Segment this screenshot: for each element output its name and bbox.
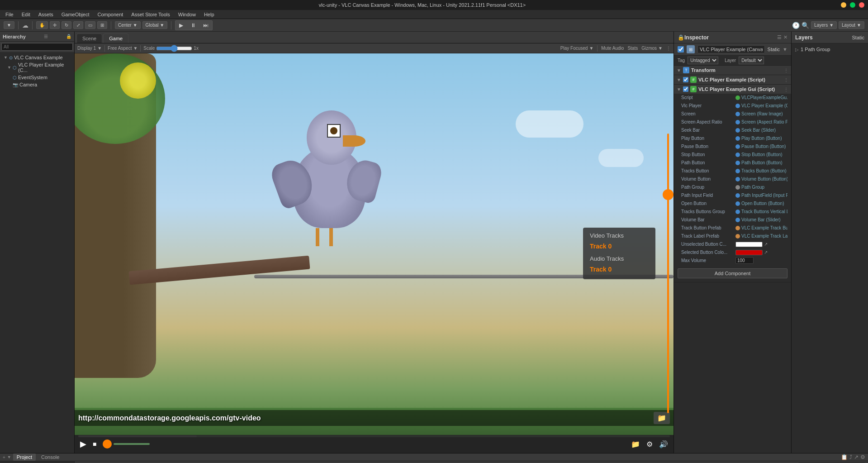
layer-item-pathgroup[interactable]: ▷ 1 Path Group	[792, 45, 868, 53]
vlcplayer-header[interactable]: ▼ # VLC Player Example (Script) ⋮	[674, 75, 791, 84]
search-icon[interactable]: 🔍	[802, 22, 809, 29]
settings-btn[interactable]: ⚙	[645, 438, 655, 450]
vlcgui-toggle[interactable]	[683, 86, 688, 92]
move-tool-btn[interactable]: ✛	[50, 21, 60, 29]
history-icon[interactable]: 🕐	[792, 22, 800, 29]
obj-active-toggle[interactable]	[678, 46, 684, 53]
volume-track[interactable]	[114, 443, 150, 445]
global-btn[interactable]: Global ▼	[142, 21, 168, 29]
step-button[interactable]: ⏭	[199, 21, 212, 30]
hierarchy-menu-btn[interactable]: ☰	[44, 34, 48, 39]
prop-link[interactable]: VLC Player Example (Canv...	[741, 103, 787, 108]
prop-link[interactable]: VLC Example Track Label...	[741, 234, 787, 239]
vlcgui-header[interactable]: ▼ # VLC Player Example Gui (Script) ⋮	[674, 85, 791, 94]
transform-header[interactable]: ▼ T Transform ⋮	[674, 66, 791, 75]
tree-item-vlcplayer[interactable]: ▼ ⬡ VLC Player Example (C...	[0, 61, 74, 74]
gizmos-btn[interactable]: Gizmos ▼	[641, 46, 663, 51]
prop-link[interactable]: Screen (Aspect Ratio Fitte...	[741, 119, 787, 124]
mute-audio-btn[interactable]: Mute Audio	[601, 46, 624, 51]
open-file-btn[interactable]: 📁	[629, 438, 642, 450]
play-button[interactable]: ▶	[175, 21, 187, 30]
minimize-button[interactable]: —	[841, 2, 846, 8]
prop-link[interactable]: Screen (Raw Image)	[741, 111, 783, 116]
game-menu-btn[interactable]: ⋮	[666, 46, 671, 51]
rotate-tool-btn[interactable]: ↻	[62, 21, 71, 29]
bottom-icon-1[interactable]: 📋	[841, 454, 848, 460]
bottom-icon-2[interactable]: ⤴	[849, 454, 852, 460]
inspector-close-btn[interactable]: ✕	[783, 34, 787, 40]
volume-knob[interactable]	[103, 439, 112, 449]
menu-edit[interactable]: Edit	[18, 11, 34, 18]
play-ctrl-btn[interactable]: ▶	[78, 437, 88, 451]
rect-tool-btn[interactable]: ▭	[85, 21, 95, 29]
video-track-0[interactable]: Track 0	[590, 243, 649, 250]
tree-item-vlccanvas[interactable]: ▼ ⊙ VLC Canvas Example	[0, 54, 74, 61]
add-component-button[interactable]: Add Component	[678, 268, 787, 278]
pivot-btn[interactable]: Center ▼	[115, 21, 141, 29]
vlcgui-menu-btn[interactable]: ⋮	[784, 87, 788, 92]
color-swatch[interactable]	[735, 250, 763, 255]
inspector-menu-btn[interactable]: ☰	[777, 34, 782, 40]
hierarchy-search-input[interactable]	[1, 43, 73, 51]
hierarchy-lock-btn[interactable]: 🔒	[66, 34, 71, 39]
layer-selector[interactable]: Default	[739, 57, 764, 64]
prop-link[interactable]: Path Button (Button)	[741, 160, 783, 165]
menu-component[interactable]: Component	[94, 11, 127, 18]
stats-btn[interactable]: Stats	[627, 46, 638, 51]
menu-file[interactable]: File	[2, 11, 17, 18]
prop-link[interactable]: Path InputField (Input Fiel...	[741, 193, 787, 198]
prop-link[interactable]: Tracks Button (Button)	[741, 168, 787, 173]
scale-slider[interactable]	[156, 45, 192, 52]
prop-link[interactable]: Pause Button (Button)	[741, 144, 786, 149]
sound-btn[interactable]: 🔊	[657, 438, 670, 450]
hand-tool-btn[interactable]: ✋	[36, 21, 48, 29]
audio-track-0[interactable]: Track 0	[590, 266, 649, 273]
prop-link[interactable]: Seek Bar (Slider)	[741, 128, 776, 133]
menu-gameobject[interactable]: GameObject	[58, 11, 93, 18]
prop-link[interactable]: Track Buttons Vertical Lay...	[741, 209, 787, 214]
menu-assetstoretools[interactable]: Asset Store Tools	[128, 11, 173, 18]
prop-link[interactable]: Volume Button (Button)	[741, 177, 787, 181]
scale-tool-btn[interactable]: ⤢	[73, 21, 83, 29]
menu-window[interactable]: Window	[175, 11, 199, 18]
prop-link[interactable]: Play Button (Button)	[741, 136, 782, 141]
prop-link[interactable]: Stop Button (Button)	[741, 152, 783, 157]
layout-dropdown[interactable]: Layout ▼	[839, 21, 864, 29]
bottom-add-btn[interactable]: +	[3, 455, 5, 460]
prop-link[interactable]: Volume Bar (Slider)	[741, 217, 781, 222]
prop-link[interactable]: VLC Example Track Butto...	[741, 225, 787, 230]
close-button[interactable]: ✕	[859, 2, 864, 8]
transform-tool-btn[interactable]: ⊞	[97, 21, 107, 29]
maximize-button[interactable]: ☐	[850, 2, 855, 8]
prop-link[interactable]: Open Button (Button)	[741, 201, 784, 206]
bottom-expand-btn[interactable]: ▼	[7, 455, 11, 459]
bottom-icon-4[interactable]: ⚙	[860, 454, 865, 460]
tab-project[interactable]: Project	[13, 453, 36, 461]
tab-scene[interactable]: Scene	[76, 33, 102, 43]
stop-ctrl-btn[interactable]: ■	[91, 439, 98, 449]
tab-console[interactable]: Console	[38, 453, 63, 461]
tab-game[interactable]: Game	[103, 33, 128, 43]
play-focused-btn[interactable]: Play Focused ▼	[560, 46, 594, 51]
transform-menu-btn[interactable]: ⋮	[784, 68, 788, 73]
vertical-volume-slider[interactable]	[667, 134, 669, 413]
object-name-input[interactable]	[697, 45, 765, 53]
open-folder-button[interactable]: 📁	[654, 412, 670, 424]
pause-button[interactable]: ⏸	[187, 21, 199, 30]
prop-link[interactable]: Path Group	[741, 185, 764, 190]
color-swatch[interactable]	[735, 242, 763, 247]
vlcplayer-menu-btn[interactable]: ⋮	[784, 77, 788, 82]
prop-number-input[interactable]	[735, 257, 754, 264]
tag-selector[interactable]: Untagged	[688, 57, 718, 64]
tree-item-eventsystem[interactable]: ⬡ EventSystem	[0, 74, 74, 81]
bottom-icon-3[interactable]: ↗	[854, 454, 859, 460]
aspect-selector[interactable]: Free Aspect ▼	[108, 46, 138, 51]
static-dropdown[interactable]: ▼	[783, 47, 787, 52]
vlcplayer-toggle[interactable]	[683, 77, 688, 82]
menu-assets[interactable]: Assets	[35, 11, 57, 18]
color-edit-btn[interactable]: ↗	[764, 242, 768, 247]
menu-help[interactable]: Help	[200, 11, 218, 18]
vertical-slider-knob[interactable]	[663, 189, 674, 200]
account-btn[interactable]: ▼	[4, 21, 14, 29]
inspector-lock-icon[interactable]: 🔒	[678, 34, 684, 41]
